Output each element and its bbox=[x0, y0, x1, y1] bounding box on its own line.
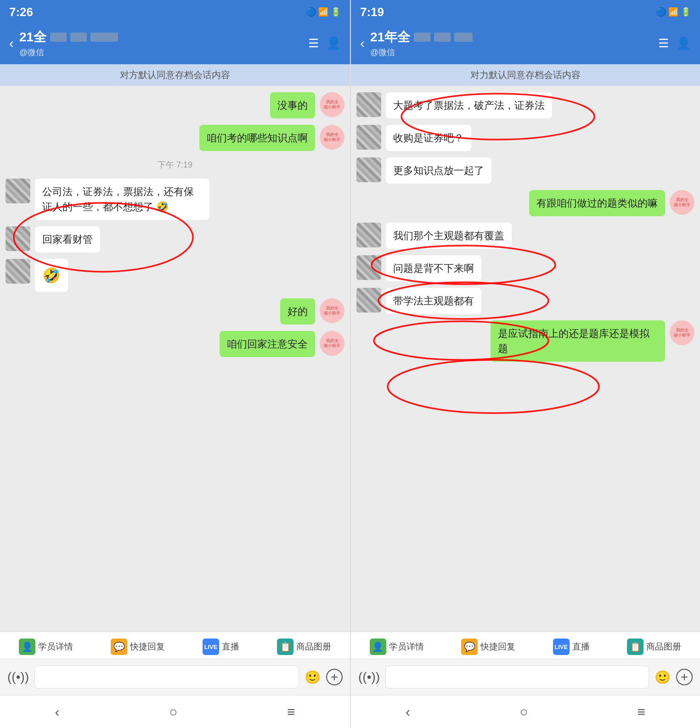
voice-button-right[interactable]: ((•)) bbox=[358, 670, 380, 684]
profile-icon-left[interactable]: 👤 bbox=[326, 36, 341, 50]
home-nav-right[interactable]: ○ bbox=[519, 704, 528, 720]
toolbar-catalog-left[interactable]: 📋 商品图册 bbox=[277, 638, 331, 655]
toolbar-label-left-1: 学员详情 bbox=[38, 641, 73, 653]
bubble: 我们那个主观题都有覆盖 bbox=[386, 223, 512, 249]
emoji-button-right[interactable]: 🙂 bbox=[655, 670, 671, 685]
live-icon-right: LIVE bbox=[553, 638, 570, 655]
toolbar-quick-reply-right[interactable]: 💬 快捷回复 bbox=[461, 638, 515, 655]
toolbar-quick-reply-left[interactable]: 💬 快捷回复 bbox=[111, 638, 165, 655]
emoji-button-left[interactable]: 🙂 bbox=[305, 670, 321, 685]
chat-header-right: ‹ 21年全 @微信 ☰ 👤 bbox=[351, 24, 700, 64]
bubble: 回家看财管 bbox=[35, 226, 100, 252]
bubble: 咱们回家注意安全 bbox=[220, 331, 315, 357]
toolbar-catalog-right[interactable]: 📋 商品图册 bbox=[627, 638, 681, 655]
header-title-block-right: 21年全 @微信 bbox=[370, 28, 653, 58]
input-field-left[interactable] bbox=[34, 666, 299, 689]
avatar bbox=[356, 125, 381, 150]
msg-row: 公司法，证券法，票据法，还有保证人的一些，都不想想了 🤣 bbox=[6, 179, 344, 220]
msg-stamp: 我的全能小助手 bbox=[670, 320, 694, 345]
toolbar-label-left-3: 直播 bbox=[222, 641, 239, 653]
header-title-right: 21年全 bbox=[370, 28, 653, 46]
bottom-nav-right: ‹ ○ ≡ bbox=[351, 695, 700, 728]
menu-nav-right[interactable]: ≡ bbox=[637, 704, 645, 720]
bubble: 没事的 bbox=[270, 92, 315, 118]
bubble: 好的 bbox=[280, 298, 315, 325]
bubble: 更多知识点放一起了 bbox=[386, 157, 491, 184]
msg-row: 我的全能小助手 咱们考的哪些知识点啊 bbox=[6, 125, 344, 151]
home-nav-left[interactable]: ○ bbox=[169, 704, 177, 720]
bubble: 问题是背不下来啊 bbox=[386, 255, 481, 281]
bubble: 大题考了票据法，破产法，证券法 bbox=[386, 92, 552, 118]
toolbar-student-detail-right[interactable]: 👤 学员详情 bbox=[370, 638, 424, 655]
status-bar-right: 7:19 🔵 📶 🔋 bbox=[351, 0, 700, 24]
catalog-icon-left: 📋 bbox=[277, 638, 294, 655]
msg-row: 我们那个主观题都有覆盖 bbox=[356, 223, 694, 249]
msg-row: 我的全能小助手 好的 bbox=[6, 298, 344, 325]
toolbar-left: 👤 学员详情 💬 快捷回复 LIVE 直播 📋 商品图册 bbox=[0, 632, 350, 659]
msg-row: 我的全能小助手 有跟咱们做过的题类似的嘛 bbox=[356, 190, 694, 216]
status-bar-left: 7:26 🔵 📶 🔋 bbox=[0, 0, 350, 24]
header-subtitle-left: @微信 bbox=[19, 47, 303, 58]
bubble: 带学法主观题都有 bbox=[386, 288, 481, 314]
profile-icon-right[interactable]: 👤 bbox=[676, 36, 691, 50]
avatar bbox=[6, 179, 30, 203]
avatar bbox=[6, 259, 30, 284]
plus-button-right[interactable]: + bbox=[676, 669, 693, 685]
back-button-left[interactable]: ‹ bbox=[9, 35, 14, 51]
input-field-right[interactable] bbox=[385, 666, 649, 689]
msg-row: 回家看财管 bbox=[6, 226, 344, 252]
avatar bbox=[356, 255, 381, 280]
avatar bbox=[356, 157, 381, 182]
msg-row: 大题考了票据法，破产法，证券法 bbox=[356, 92, 694, 118]
svg-point-5 bbox=[388, 360, 599, 413]
msg-stamp: 我的全能小助手 bbox=[320, 92, 344, 117]
bubble: 公司法，证券法，票据法，还有保证人的一些，都不想想了 🤣 bbox=[35, 179, 209, 220]
toolbar-right: 👤 学员详情 💬 快捷回复 LIVE 直播 📋 商品图册 bbox=[351, 632, 700, 659]
bubble: 有跟咱们做过的题类似的嘛 bbox=[529, 190, 665, 216]
header-subtitle-right: @微信 bbox=[370, 47, 653, 58]
header-title-left: 21全 bbox=[19, 28, 303, 46]
toolbar-live-right[interactable]: LIVE 直播 bbox=[553, 638, 590, 655]
msg-stamp: 我的全能小助手 bbox=[320, 125, 344, 150]
toolbar-label-right-3: 直播 bbox=[572, 641, 590, 653]
chat-area-left: 我的全能小助手 没事的 我的全能小助手 咱们考的哪些知识点啊 下午 7:19 公… bbox=[0, 86, 350, 632]
student-detail-icon-right: 👤 bbox=[370, 638, 386, 655]
quick-reply-icon-right: 💬 bbox=[461, 638, 478, 655]
back-button-right[interactable]: ‹ bbox=[360, 35, 365, 51]
catalog-icon-right: 📋 bbox=[627, 638, 644, 655]
toolbar-live-left[interactable]: LIVE 直播 bbox=[203, 638, 239, 655]
back-nav-right[interactable]: ‹ bbox=[406, 704, 410, 720]
toolbar-label-left-2: 快捷回复 bbox=[130, 641, 165, 653]
status-time-left: 7:26 bbox=[9, 5, 33, 19]
toolbar-student-detail-left[interactable]: 👤 学员详情 bbox=[19, 638, 73, 655]
live-icon-left: LIVE bbox=[203, 638, 219, 655]
bubble: 是应试指南上的还是题库还是模拟题 bbox=[491, 320, 665, 362]
menu-nav-left[interactable]: ≡ bbox=[287, 704, 295, 720]
msg-stamp: 我的全能小助手 bbox=[320, 331, 344, 356]
plus-button-left[interactable]: + bbox=[326, 669, 343, 685]
status-icons-left: 🔵 📶 🔋 bbox=[306, 7, 341, 17]
toolbar-label-right-1: 学员详情 bbox=[389, 641, 424, 653]
msg-row: 我的全能小助手 没事的 bbox=[6, 92, 344, 118]
msg-row: 更多知识点放一起了 bbox=[356, 157, 694, 184]
msg-row: 问题是背不下来啊 bbox=[356, 255, 694, 281]
toolbar-label-right-4: 商品图册 bbox=[646, 641, 681, 653]
student-detail-icon-left: 👤 bbox=[19, 638, 35, 655]
msg-stamp: 我的全能小助手 bbox=[670, 190, 694, 215]
bottom-nav-left: ‹ ○ ≡ bbox=[0, 695, 350, 728]
avatar bbox=[356, 92, 381, 117]
voice-button-left[interactable]: ((•)) bbox=[7, 670, 29, 684]
bubble: 咱们考的哪些知识点啊 bbox=[199, 125, 315, 151]
msg-row: 我的全能小助手 咱们回家注意安全 bbox=[6, 331, 344, 357]
quick-reply-icon-left: 💬 bbox=[111, 638, 127, 655]
avatar bbox=[6, 226, 30, 251]
header-title-block-left: 21全 @微信 bbox=[19, 28, 303, 58]
menu-icon-left[interactable]: ☰ bbox=[308, 36, 319, 50]
back-nav-left[interactable]: ‹ bbox=[55, 704, 59, 720]
menu-icon-right[interactable]: ☰ bbox=[658, 36, 669, 50]
msg-row: 我的全能小助手 是应试指南上的还是题库还是模拟题 bbox=[356, 320, 694, 362]
header-icons-left: ☰ 👤 bbox=[308, 36, 341, 50]
notice-bar-left: 对方默认同意存档会话内容 bbox=[0, 64, 350, 86]
msg-row: 🤣 bbox=[6, 259, 344, 292]
time-divider: 下午 7:19 bbox=[6, 159, 344, 170]
